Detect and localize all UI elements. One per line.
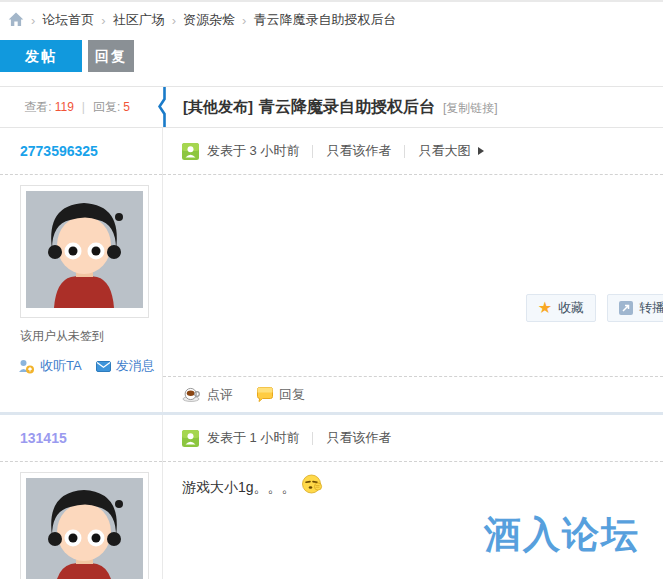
post-2-author-column: 131415 — [0, 415, 163, 579]
breadcrumb-separator: › — [101, 13, 105, 28]
post-2-text: 游戏大小1g。。。 — [182, 479, 296, 497]
share-label: 转播 — [639, 299, 663, 317]
post-1: 2773596325 该用户从未签到 — [0, 128, 663, 415]
send-message-link[interactable]: 发消息 — [96, 357, 155, 375]
favorite-star-icon: ★ — [538, 300, 552, 316]
share-button[interactable]: 转播 — [607, 294, 663, 322]
comment-link[interactable]: 点评 — [182, 386, 233, 404]
post-1-author-column: 2773596325 该用户从未签到 — [0, 128, 163, 412]
replies-count: 5 — [123, 100, 130, 114]
breadcrumb-separator: › — [172, 13, 176, 28]
post-2-time: 发表于 1 小时前 — [207, 429, 299, 447]
coffee-cup-icon — [182, 387, 201, 402]
post-2-username-row: 131415 — [0, 415, 162, 462]
post-1-footer-spacer — [163, 323, 663, 377]
post-1-action-buttons: ★ 收藏 转播 — [163, 293, 663, 323]
header-separator — [312, 145, 313, 158]
thread-title-text: 青云降魔录自助授权后台 — [259, 97, 435, 118]
post-1-body — [163, 175, 663, 293]
breadcrumb-separator: › — [31, 13, 35, 28]
online-status-icon — [182, 430, 199, 447]
post-1-footer-actions: 点评 回复 — [163, 377, 663, 412]
post-1-username-row: 2773596325 — [0, 128, 162, 175]
post-1-content-column: 发表于 3 小时前 只看该作者 只看大图 ★ 收藏 — [163, 128, 663, 412]
stats-divider: | — [82, 100, 85, 114]
views-label: 查看: — [24, 99, 51, 116]
forum-thread-page: › 论坛首页 › 社区广场 › 资源杂烩 › 青云降魔录自助授权后台 发帖 回复… — [0, 0, 663, 579]
post-1-avatar[interactable] — [20, 185, 149, 318]
message-envelope-icon — [96, 361, 111, 372]
forum-watermark: 酒入论坛 — [484, 510, 640, 560]
new-post-button[interactable]: 发帖 — [0, 40, 82, 72]
quick-reply-link[interactable]: 回复 — [257, 386, 305, 404]
follow-user-icon — [18, 359, 35, 374]
divider-notch-icon — [158, 87, 168, 131]
online-status-icon — [182, 143, 199, 160]
share-icon — [619, 301, 633, 315]
post-2-username-link[interactable]: 131415 — [20, 430, 67, 446]
only-author-link[interactable]: 只看该作者 — [326, 429, 391, 447]
post-2-body: 游戏大小1g。。。 — [163, 462, 663, 497]
views-count: 119 — [55, 100, 74, 114]
thread-title-bar: 查看: 119 | 回复: 5 [其他发布] 青云降魔录自助授权后台 [复制链接… — [0, 86, 663, 128]
post-1-username-link[interactable]: 2773596325 — [20, 143, 98, 159]
avatar-image — [26, 191, 143, 308]
header-separator — [312, 432, 313, 445]
send-message-label: 发消息 — [116, 357, 155, 375]
post-1-user-links: 收听TA 发消息 — [18, 357, 162, 375]
favorite-label: 收藏 — [558, 299, 584, 317]
home-icon[interactable] — [8, 12, 24, 27]
header-separator — [404, 145, 405, 158]
thread-stats: 查看: 119 | 回复: 5 — [0, 99, 163, 116]
follow-user-label: 收听TA — [40, 357, 82, 375]
thread-title: [其他发布] 青云降魔录自助授权后台 [复制链接] — [163, 97, 663, 118]
thread-toolbar: 发帖 回复 — [0, 40, 663, 72]
replies-label: 回复: — [93, 99, 120, 116]
sweat-emoji-icon — [302, 474, 323, 497]
follow-user-link[interactable]: 收听TA — [18, 357, 82, 375]
post-2-avatar[interactable] — [20, 472, 149, 579]
breadcrumb-current-thread: 青云降魔录自助授权后台 — [253, 11, 396, 29]
breadcrumb: › 论坛首页 › 社区广场 › 资源杂烩 › 青云降魔录自助授权后台 — [0, 2, 663, 38]
breadcrumb-resource-board[interactable]: 资源杂烩 — [183, 11, 235, 29]
only-images-link[interactable]: 只看大图 — [418, 142, 470, 160]
copy-link-button[interactable]: [复制链接] — [443, 100, 498, 117]
avatar-image — [26, 478, 143, 579]
thread-category-tag[interactable]: [其他发布] — [183, 98, 253, 117]
reply-button[interactable]: 回复 — [88, 40, 134, 72]
post-1-time: 发表于 3 小时前 — [207, 142, 299, 160]
only-author-link[interactable]: 只看该作者 — [326, 142, 391, 160]
post-2-header: 发表于 1 小时前 只看该作者 — [163, 415, 663, 462]
favorite-button[interactable]: ★ 收藏 — [526, 294, 596, 322]
reply-bubble-icon — [257, 387, 273, 402]
reply-label: 回复 — [279, 386, 305, 404]
expand-arrow-icon[interactable] — [478, 147, 484, 155]
breadcrumb-forum-home[interactable]: 论坛首页 — [42, 11, 94, 29]
post-1-signin-status: 该用户从未签到 — [20, 328, 162, 345]
comment-label: 点评 — [207, 386, 233, 404]
breadcrumb-separator: › — [242, 13, 246, 28]
breadcrumb-community[interactable]: 社区广场 — [113, 11, 165, 29]
post-1-header: 发表于 3 小时前 只看该作者 只看大图 — [163, 128, 663, 175]
